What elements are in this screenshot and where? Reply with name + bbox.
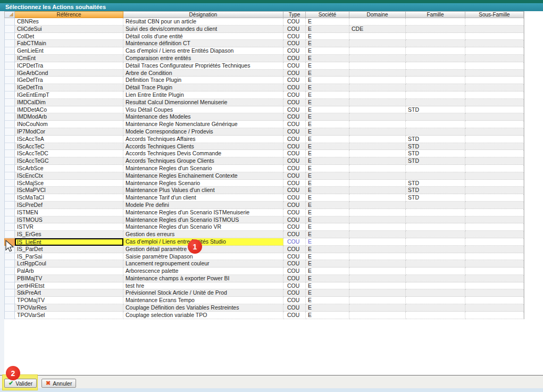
cell-ref-cell: StkPreArt: [15, 289, 123, 297]
cell-fam: [406, 99, 465, 106]
row-selector-cell[interactable]: [4, 187, 15, 194]
row-selector-cell[interactable]: [4, 223, 15, 231]
table-row[interactable]: IScArbSceMaintenance Regles d'un Scenari…: [4, 165, 524, 172]
table-row[interactable]: TPOVarSelCouplage selection variable TPO…: [4, 312, 524, 319]
table-row[interactable]: IScAccTeGCAccords Techniques Groupe Clie…: [4, 157, 524, 165]
row-selector-cell[interactable]: [4, 77, 15, 84]
row-selector-cell[interactable]: [4, 40, 15, 47]
row-selector-cell[interactable]: [4, 113, 15, 121]
table-row[interactable]: IS_ParSaiSaisie paramètre DiapasonCOUE: [4, 253, 524, 261]
row-selector-cell[interactable]: [4, 62, 15, 70]
row-selector-cell[interactable]: [4, 136, 15, 143]
table-row[interactable]: IScMajSceMaintenance Regles ScenarioCOUE…: [4, 180, 524, 187]
table-row[interactable]: ISTVRMaintenance Regles d'un Scenario VR…: [4, 223, 524, 231]
table-row[interactable]: StkPreArtPrévisionnel Stock Article / Un…: [4, 289, 524, 297]
row-selector-cell[interactable]: [4, 150, 15, 157]
column-header-sfam[interactable]: Sous-Famille: [465, 11, 524, 18]
cell-soc: E: [306, 77, 349, 84]
table-row-selected[interactable]: IS_LieEntCas d'emploi / Liens entre Enti…: [4, 238, 524, 246]
table-row[interactable]: IGeDefTraDéfinition Trace PluginCOUE: [4, 77, 524, 84]
row-selector-cell[interactable]: [4, 70, 15, 77]
column-header-soc[interactable]: Société: [306, 11, 349, 18]
row-selector-cell[interactable]: [4, 99, 15, 106]
table-row[interactable]: IScPreDefModele Pre definiCOUE: [4, 202, 524, 209]
row-selector-cell[interactable]: [4, 33, 15, 40]
row-selector-cell[interactable]: [4, 216, 15, 224]
row-selector-cell[interactable]: [4, 275, 15, 282]
column-header-des-cell[interactable]: Désignation: [123, 11, 283, 18]
cell-sfam: [465, 260, 524, 268]
row-selector-cell[interactable]: [4, 194, 15, 202]
valider-button[interactable]: ✔ Valider: [4, 379, 37, 388]
table-row[interactable]: IMDCalDimResultat Calcul Dimensionnel Me…: [4, 99, 524, 106]
table-row[interactable]: LctRgpCoulLancement regroupement couleur…: [4, 260, 524, 268]
column-header-type[interactable]: Type: [283, 11, 306, 18]
table-row[interactable]: IGeDetTraDétail Trace PluginCOUE: [4, 84, 524, 91]
row-selector-cell[interactable]: [4, 55, 15, 62]
row-selector-cell[interactable]: [4, 304, 15, 312]
cell-fam: [406, 77, 465, 84]
row-selector-cell[interactable]: [4, 128, 15, 136]
column-header-dom[interactable]: Domaine: [349, 11, 406, 18]
row-selector-cell[interactable]: [4, 202, 15, 209]
row-selector-cell[interactable]: [4, 91, 15, 99]
row-selector-cell[interactable]: [4, 268, 15, 275]
row-selector-cell[interactable]: [4, 84, 15, 91]
row-selector-cell[interactable]: [4, 26, 15, 33]
cell-ref-cell: ISTMEN: [15, 209, 123, 216]
row-selector-cell[interactable]: [4, 47, 15, 55]
table-row[interactable]: ISTMENMaintenance Regles d'un Scenario I…: [4, 209, 524, 216]
row-selector-cell[interactable]: [4, 143, 15, 151]
table-row[interactable]: pertHREtsttest hreCOUE: [4, 282, 524, 290]
table-row[interactable]: IScEncCtxMaintenance Regles Enchainement…: [4, 172, 524, 180]
row-selector-cell[interactable]: [4, 282, 15, 290]
table-row[interactable]: IGeEntEmpTLien Entre Entite PluginCOUE: [4, 91, 524, 99]
table-row[interactable]: ISTMOUSMaintenance Regles d'un Scenario …: [4, 216, 524, 224]
annuler-button[interactable]: ✖ Annuler: [41, 379, 76, 388]
table-row[interactable]: IScAccTeAAccords Techniques AffairesCOUE…: [4, 136, 524, 143]
row-selector-cell[interactable]: [4, 209, 15, 216]
row-selector-cell[interactable]: [4, 172, 15, 180]
table-row[interactable]: INoCouNomMaintenance Regle Nomenclature …: [4, 121, 524, 128]
cell-fam: [406, 231, 465, 238]
row-selector-cell[interactable]: [4, 106, 15, 114]
row-selector-cell[interactable]: [4, 297, 15, 304]
row-selector-cell[interactable]: [4, 157, 15, 165]
row-selector-cell[interactable]: [4, 180, 15, 187]
table-row[interactable]: IP7ModCorModele Correspondance / Prodevi…: [4, 128, 524, 136]
row-selector-cell[interactable]: [4, 289, 15, 297]
table-row[interactable]: IMDDetACoVisu Détail CoupesCOUESTD: [4, 106, 524, 114]
table-row[interactable]: IS_ErGesGestion des erreursCOUE: [4, 231, 524, 238]
row-selector-cell[interactable]: [4, 253, 15, 261]
row-selector-cell[interactable]: [4, 312, 15, 319]
table-row[interactable]: ColDetDétail colis d'une entitéCOUE: [4, 33, 524, 40]
column-header-ref-cell[interactable]: Référence: [15, 11, 123, 18]
table-row[interactable]: PalArbArborescence paletteCOUE: [4, 268, 524, 275]
table-row[interactable]: CliCdeSuiSuivi des devis/commandes du cl…: [4, 26, 524, 33]
cell-type: COU: [283, 121, 306, 128]
table-row[interactable]: IGeArbCondArbre de ConditionCOUE: [4, 70, 524, 77]
select-all-corner-cell[interactable]: [4, 11, 15, 18]
table-row[interactable]: TPOVarResCouplage Définition des Variabl…: [4, 304, 524, 312]
table-row[interactable]: TPOMajTVMaintenance Ecrans TempoCOUE: [4, 297, 524, 304]
table-row[interactable]: IS_ParDetGestion détail paramètreCOUE: [4, 246, 524, 253]
table-row[interactable]: IMDModArbMaintenance des ModelesCOUE: [4, 113, 524, 121]
table-row[interactable]: PBIMajTVMaintenance champs à exporter Po…: [4, 275, 524, 282]
row-selector-cell[interactable]: [4, 260, 15, 268]
table-row[interactable]: IScMaTaClMaintenance Tarif d'un clientCO…: [4, 194, 524, 202]
table-row[interactable]: GenLieEntCas d'emploi / Liens entre Enti…: [4, 47, 524, 55]
table-row[interactable]: CBNResRésultat CBN pour un articleCOUE: [4, 18, 524, 26]
cell-ref-cell: ISTMOUS: [15, 216, 123, 224]
table-row[interactable]: IScMaPVClMaintenance Plus Values d'un cl…: [4, 187, 524, 194]
cell-soc: E: [306, 150, 349, 157]
column-header-fam[interactable]: Famille: [406, 11, 465, 18]
row-selector-cell[interactable]: [4, 231, 15, 238]
row-selector-cell[interactable]: [4, 18, 15, 26]
row-selector-cell[interactable]: [4, 165, 15, 172]
table-row[interactable]: IScAccTeDCAccords Techniques Devis Comma…: [4, 150, 524, 157]
row-selector-cell[interactable]: [4, 121, 15, 128]
table-row[interactable]: ICPDetTraDétail Traces Configurateur Pro…: [4, 62, 524, 70]
table-row[interactable]: ICmEntComparaison entre entitésCOUE: [4, 55, 524, 62]
table-row[interactable]: FabCTMainMaintenance définition CTCOUE: [4, 40, 524, 47]
table-row[interactable]: IScAccTeCAccords Techniques ClientsCOUES…: [4, 143, 524, 151]
